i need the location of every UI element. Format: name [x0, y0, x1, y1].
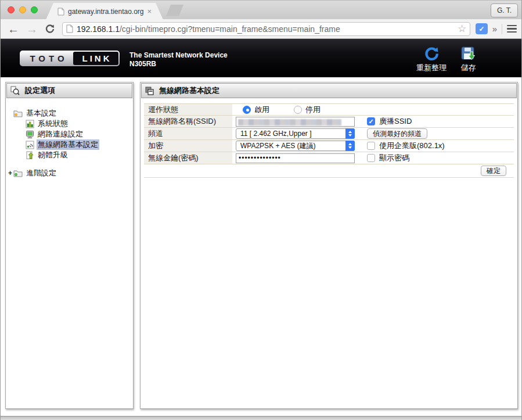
sidebar-title: 設定選項	[25, 85, 55, 96]
tab-close-icon[interactable]: ×	[147, 8, 152, 15]
tree-item-network-connection[interactable]: 網路連線設定	[6, 129, 133, 139]
row-encryption: 加密 WPA2PSK + AES (建議) 使用企業版(802.1x)	[144, 140, 514, 152]
profile-button[interactable]: G. T.	[491, 3, 518, 17]
folder-plus-icon	[13, 169, 23, 177]
bar-chart-icon	[25, 120, 34, 128]
search-settings-icon	[10, 86, 20, 95]
bookmark-star-icon[interactable]: ☆	[458, 24, 466, 34]
wireless-signal-icon	[25, 141, 34, 149]
expand-plus-icon[interactable]: +	[8, 169, 13, 177]
window-controls	[8, 6, 38, 13]
router-header-banner: TOTO LINK The Smartest Network Device N3…	[1, 39, 522, 77]
tree-item-system-status[interactable]: 系統狀態	[6, 119, 133, 129]
overflow-chevrons[interactable]: »	[492, 24, 497, 34]
ssid-label: 無線網路名稱(SSID)	[144, 116, 232, 127]
tree-item-advanced-settings[interactable]: + 進階設定	[6, 168, 133, 178]
ssid-input[interactable]	[236, 117, 355, 127]
tree-item-wireless-basic[interactable]: 無線網路基本設定	[6, 139, 133, 150]
password-input[interactable]: ••••••••••••••	[236, 153, 355, 163]
settings-sidebar: 設定選項 基本設定 系統狀態	[5, 82, 134, 409]
main-title: 無線網路基本設定	[159, 85, 219, 96]
tagline-line2: N305RB	[129, 60, 228, 69]
encryption-selected-value: WPA2PSK + AES (建議)	[240, 141, 315, 151]
select-stepper-icon	[345, 128, 355, 139]
logo-toto: TOTO	[21, 52, 73, 65]
tree-item-basic-settings[interactable]: 基本設定	[6, 108, 133, 119]
broadcast-ssid-checkbox[interactable]: ✓	[367, 117, 375, 125]
save-action[interactable]: 儲存	[460, 46, 476, 73]
enterprise-checkbox[interactable]	[367, 142, 375, 150]
refresh-action[interactable]: 重新整理	[416, 46, 447, 73]
browser-tab[interactable]: gateway.intra.tientao.org ×	[46, 3, 163, 20]
operation-status-label: 運作狀態	[144, 104, 232, 115]
settings-tree: 基本設定 系統狀態 網路連線設定	[6, 108, 133, 178]
forward-button: →	[26, 23, 38, 35]
tab-favicon-icon	[57, 8, 64, 16]
row-ssid: 無線網路名稱(SSID) ✓ 廣播SSID	[144, 116, 514, 128]
monitor-icon	[25, 130, 34, 139]
window-zoom-button[interactable]	[31, 6, 38, 13]
ssid-redacted-value	[238, 119, 341, 125]
wireless-settings-panel: 無線網路基本設定 運作狀態 啟用 停用	[140, 82, 518, 409]
detect-best-channel-button[interactable]: 偵測最好的頻道	[367, 128, 427, 139]
confirm-button[interactable]: 確定	[481, 166, 506, 176]
url-host: 192.168.1.1	[77, 24, 120, 34]
enterprise-label: 使用企業版(802.1x)	[379, 141, 445, 151]
channel-selected-value: 11 [ 2.462 GHz,Upper ]	[240, 130, 312, 138]
row-password: 無線金鑰(密碼) •••••••••••••• 顯示密碼	[144, 152, 514, 164]
window-minimize-button[interactable]	[19, 6, 26, 13]
save-label: 儲存	[461, 63, 476, 73]
window-bottom-edge	[1, 416, 522, 420]
password-masked-value: ••••••••••••••	[236, 154, 354, 163]
select-stepper-icon	[345, 141, 355, 151]
channel-select[interactable]: 11 [ 2.462 GHz,Upper ]	[236, 128, 355, 139]
browser-window: gateway.intra.tientao.org × G. T. ← → 19…	[0, 0, 522, 420]
show-password-checkbox[interactable]	[367, 154, 375, 162]
main-header: 無線網路基本設定	[141, 83, 517, 98]
url-path: /cgi-bin/timepro.cgi?tmenu=main_frame&sm…	[120, 24, 340, 34]
device-tagline: The Smartest Network Device N305RB	[129, 51, 228, 69]
password-label: 無線金鑰(密碼)	[144, 152, 232, 164]
url-text[interactable]: 192.168.1.1/cgi-bin/timepro.cgi?tmenu=ma…	[77, 24, 340, 34]
tree-item-firmware-upgrade[interactable]: 韌體升級	[6, 150, 133, 160]
encryption-label: 加密	[144, 140, 232, 152]
disable-radio[interactable]	[294, 106, 302, 114]
wireless-settings-form: 運作狀態 啟用 停用 無線網路名稱(SSID)	[144, 103, 514, 178]
page-content: 設定選項 基本設定 系統狀態	[1, 77, 522, 416]
window-copy-icon	[145, 87, 154, 95]
disable-label: 停用	[305, 105, 321, 115]
browser-toolbar: ← → 192.168.1.1/cgi-bin/timepro.cgi?tmen…	[1, 19, 522, 39]
logo-link: LINK	[73, 52, 118, 65]
reload-button[interactable]	[45, 24, 55, 34]
menu-icon[interactable]	[507, 25, 517, 33]
firmware-upgrade-icon	[25, 151, 34, 160]
back-button[interactable]: ←	[8, 23, 19, 35]
encryption-select[interactable]: WPA2PSK + AES (建議)	[236, 141, 355, 151]
enable-radio[interactable]	[243, 106, 251, 114]
browser-tab-bar: gateway.intra.tientao.org × G. T.	[1, 0, 522, 19]
window-close-button[interactable]	[8, 6, 15, 13]
enable-label: 啟用	[254, 105, 269, 115]
channel-label: 頻道	[144, 128, 232, 139]
new-tab-button[interactable]	[166, 5, 183, 16]
totolink-logo: TOTO LINK	[20, 51, 120, 66]
row-submit: 確定	[144, 164, 514, 178]
refresh-label: 重新整理	[416, 63, 447, 73]
save-icon	[460, 46, 476, 62]
tagline-line1: The Smartest Network Device	[129, 51, 228, 60]
tab-title: gateway.intra.tientao.org	[68, 8, 144, 16]
address-bar[interactable]: 192.168.1.1/cgi-bin/timepro.cgi?tmenu=ma…	[62, 22, 470, 36]
show-password-label: 顯示密碼	[379, 153, 409, 163]
refresh-icon	[424, 46, 440, 62]
sidebar-header: 設定選項	[6, 83, 132, 98]
row-operation-status: 運作狀態 啟用 停用	[144, 103, 514, 116]
folder-plus-icon	[13, 109, 23, 117]
row-channel: 頻道 11 [ 2.462 GHz,Upper ] 偵測最好的頻道	[144, 128, 514, 140]
broadcast-ssid-label: 廣播SSID	[379, 116, 412, 127]
extension-icon[interactable]: ✓	[476, 23, 487, 34]
toolbar-divider	[502, 24, 502, 34]
page-icon	[66, 24, 73, 33]
